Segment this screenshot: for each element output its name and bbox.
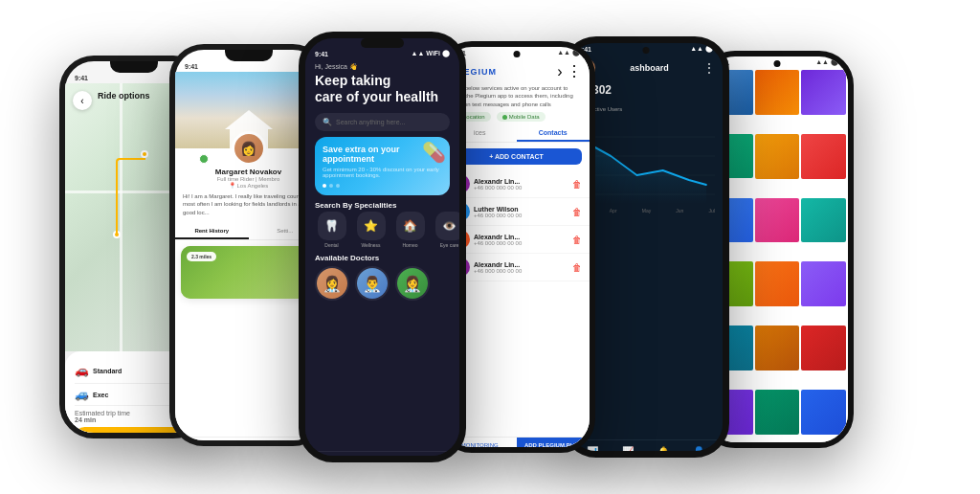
- health-title: Keep taking care of your heallth: [315, 73, 450, 105]
- contact-phone-1: +46 000 000 00 00: [474, 185, 522, 191]
- month-jul: Jul: [709, 208, 715, 213]
- month-may: May: [642, 208, 651, 213]
- chevron-icon: ›: [557, 63, 562, 79]
- specialty-wellness[interactable]: ⭐ Wellness: [354, 212, 388, 248]
- chip-mobile-data[interactable]: Mobile Data: [497, 112, 546, 122]
- stat-label: Today: [576, 97, 715, 102]
- signal-3: ▲▲ WiFi ⬤: [412, 50, 450, 57]
- punch-hole-6: [774, 60, 781, 67]
- photo-12[interactable]: [801, 261, 846, 306]
- doctor-2-avatar[interactable]: 👨‍⚕️: [355, 266, 390, 301]
- nav-dashboard[interactable]: 📊: [587, 446, 598, 457]
- photo-6[interactable]: [801, 134, 846, 179]
- photo-17[interactable]: [755, 390, 800, 435]
- contacts-footer: MONITORING SERVICE ADD PLEGIUM PLUS: [443, 437, 590, 453]
- rental-card[interactable]: 2.3 miles: [181, 246, 316, 299]
- dot-2: [329, 184, 333, 188]
- doctor-1-avatar[interactable]: 👩‍⚕️: [315, 266, 349, 301]
- delete-contact-4[interactable]: 🗑: [572, 262, 582, 273]
- time-2: 9:41: [185, 63, 198, 70]
- time-3: 9:41: [315, 51, 328, 57]
- photo-9[interactable]: [801, 198, 846, 243]
- photo-15[interactable]: [801, 326, 846, 370]
- more-icon[interactable]: ⋮: [567, 63, 582, 79]
- homeo-icon: 🏠: [396, 212, 425, 240]
- photo-11[interactable]: [755, 261, 800, 306]
- nav-home-health[interactable]: 🏠: [318, 458, 332, 462]
- month-jun: Jun: [676, 208, 683, 213]
- banner-indicator: [323, 184, 442, 188]
- nav-heart[interactable]: ❤️: [286, 443, 301, 446]
- delete-contact-1[interactable]: 🗑: [572, 179, 582, 190]
- chip-mobile-label: Mobile Data: [509, 114, 540, 120]
- verified-badge: [199, 154, 209, 164]
- route-end: [141, 150, 148, 158]
- tab-rent-history[interactable]: Rent History: [175, 224, 249, 239]
- search-placeholder: Search anything here...: [336, 119, 405, 125]
- chip-dot-mobile: [502, 115, 507, 120]
- rental-image: 2.3 miles: [181, 246, 316, 299]
- doctors-section-title: Available Doctors: [305, 248, 459, 266]
- specialty-eyecare[interactable]: 👁️ Eye care: [433, 212, 459, 248]
- specialty-homeo[interactable]: 🏠 Homeo: [393, 212, 427, 248]
- dynamic-island: [361, 38, 404, 48]
- specialty-grid: 🦷 Dental ⭐ Wellness 🏠 Homeo 👁️ Eye care: [305, 212, 459, 248]
- punch-hole-4: [513, 51, 520, 57]
- back-button[interactable]: ‹: [73, 91, 92, 110]
- contact-name-3: Alexandr Lin...: [474, 234, 522, 240]
- tab-contacts[interactable]: Contacts: [517, 125, 590, 142]
- nav-bar-chart[interactable]: 📈: [622, 446, 634, 457]
- scene: 9:41 ●●● ‹ Ride options 🚗 Standard: [0, 0, 980, 494]
- signal-4: ▲▲ ⬤: [557, 49, 580, 56]
- delete-contact-luther[interactable]: 🗑: [572, 207, 582, 217]
- nav-settings[interactable]: ⚙️: [433, 458, 447, 462]
- photo-2[interactable]: [755, 70, 800, 115]
- banner-subtitle: Get minimum 20 - 30% discount on your ea…: [323, 167, 442, 178]
- doctor-3-icon: 👩‍⚕️: [397, 268, 428, 299]
- profile-avatar: 👩: [232, 131, 266, 166]
- phones-container: 9:41 ●●● ‹ Ride options 🚗 Standard: [31, 17, 949, 477]
- photo-14[interactable]: [755, 326, 800, 370]
- nav-search-health[interactable]: 🔍: [394, 458, 409, 462]
- dot-1: [323, 184, 326, 188]
- specialty-dental[interactable]: 🦷 Dental: [315, 212, 348, 248]
- doctor-2-icon: 👨‍⚕️: [357, 268, 388, 299]
- bottom-stat-number: 6.2L: [576, 227, 715, 237]
- signal-5: ▲▲ ⬤: [690, 45, 713, 53]
- chart-svg: 2.6k 1.6k 819: [576, 118, 715, 204]
- health-search[interactable]: 🔍 Search anything here...: [315, 113, 450, 131]
- contact-phone-luther: +46 000 000 00 00: [474, 213, 522, 218]
- rental-badge: 2.3 miles: [187, 252, 216, 261]
- chart-area: 2.6k 1.6k 819: [576, 118, 715, 204]
- health-app: Hi, Jessica 👋 Keep taking care of your h…: [305, 59, 459, 462]
- map-title: Ride options: [98, 91, 150, 101]
- nav-search[interactable]: 🔍: [241, 443, 256, 446]
- health-header: Hi, Jessica 👋 Keep taking care of your h…: [305, 59, 459, 107]
- notch-1: [110, 61, 158, 73]
- notch-2: [225, 50, 273, 61]
- health-banner: Save extra on your appointment Get minim…: [315, 137, 450, 196]
- ride-type-exec: Exec: [93, 392, 108, 398]
- header-icons: › ⋮: [557, 62, 582, 80]
- photo-18[interactable]: [801, 390, 846, 435]
- photo-3[interactable]: [801, 70, 846, 115]
- contact-name-4: Alexandr Lin...: [474, 261, 522, 268]
- route-line: [116, 158, 145, 233]
- status-bar-3: 9:41 ▲▲ WiFi ⬤: [305, 48, 459, 59]
- car-icon-exec: 🚙: [75, 388, 89, 401]
- doctors-row: 👩‍⚕️ 👨‍⚕️ 👩‍⚕️: [305, 266, 459, 301]
- photo-8[interactable]: [755, 198, 800, 243]
- phone-health: 9:41 ▲▲ WiFi ⬤ Hi, Jessica 👋 Keep taking…: [299, 32, 466, 462]
- nav-bell[interactable]: 🔔: [657, 446, 669, 457]
- add-contact-button[interactable]: + ADD CONTACT: [451, 148, 582, 165]
- ride-type-standard: Standard: [93, 368, 122, 374]
- more-icon-dashboard[interactable]: ⋮: [703, 61, 715, 75]
- photo-5[interactable]: [755, 134, 800, 179]
- dental-icon: 🦷: [318, 212, 346, 240]
- dot-3: [336, 184, 340, 188]
- delete-contact-3[interactable]: 🗑: [572, 235, 582, 245]
- doctor-3-avatar[interactable]: 👩‍⚕️: [395, 266, 430, 301]
- nav-home[interactable]: 🏠: [196, 443, 211, 446]
- nav-calendar[interactable]: 📅: [356, 458, 370, 462]
- nav-user[interactable]: 👤: [693, 446, 704, 457]
